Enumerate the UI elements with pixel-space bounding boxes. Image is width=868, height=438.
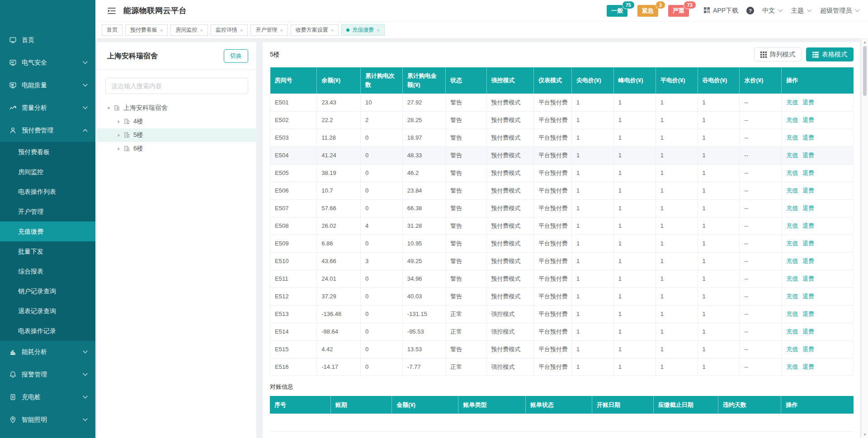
recharge-link[interactable]: 充值 [786,293,798,300]
recharge-link[interactable]: 充值 [786,363,798,370]
sidebar-item-home[interactable]: 首页 [0,29,95,52]
tab-监控详情[interactable]: 监控详情× [211,24,248,36]
recharge-link[interactable]: 充值 [786,117,798,123]
recharge-link[interactable]: 充值 [786,205,798,212]
app-download-link[interactable]: APP下载 [703,7,738,15]
sidebar-subitem-退表记录查询[interactable]: 退表记录查询 [0,301,95,321]
caret-right-icon[interactable] [115,120,122,124]
recharge-link[interactable]: 充值 [786,170,798,176]
recharge-link[interactable]: 充值 [786,240,798,247]
sidebar-subitem-电表操作记录[interactable]: 电表操作记录 [0,321,95,341]
close-icon[interactable]: × [280,28,283,33]
recharge-link[interactable]: 充值 [786,311,798,317]
user-dropdown[interactable]: 超级管理员 [820,7,860,15]
qr-code-icon [703,7,710,15]
sidebar-subitem-综合报表[interactable]: 综合报表 [0,261,95,281]
recharge-link[interactable]: 充值 [786,222,798,229]
refund-link[interactable]: 退费 [802,152,814,159]
scrollbar-thumb[interactable] [863,46,867,96]
tab-房间监控[interactable]: 房间监控× [170,24,208,36]
tab-首页[interactable]: 首页 [102,24,123,36]
sidebar-subitem-电表操作列表[interactable]: 电表操作列表 [0,182,95,202]
refund-link[interactable]: 退费 [802,99,814,106]
cell: 1 [571,323,613,340]
sidebar-item-quality[interactable]: 电能质量 [0,74,95,97]
close-icon[interactable]: × [331,28,334,33]
close-icon[interactable]: × [377,28,379,33]
recharge-link[interactable]: 充值 [786,328,798,335]
refund-link[interactable]: 退费 [802,293,814,300]
tab-label: 充值缴费 [352,26,374,34]
tree-node-4楼[interactable]: 4楼 [97,115,256,128]
refund-link[interactable]: 退费 [802,117,814,123]
sidebar-item-prepaid[interactable]: 预付费管理 [0,119,95,142]
refund-link[interactable]: 退费 [802,134,814,141]
sidebar-item-energy[interactable]: 能耗分析 [0,341,95,363]
cell: 10 [360,94,402,111]
cell: 平台预付费 [534,164,572,182]
tab-充值缴费[interactable]: 充值缴费× [341,24,384,36]
tab-收费方案设置[interactable]: 收费方案设置× [291,24,339,36]
scroll-down-arrow[interactable]: ▼ [862,433,868,437]
grid-mode-button[interactable]: 阵列模式 [754,47,802,61]
refund-link[interactable]: 退费 [802,311,814,317]
sidebar-subitem-开户管理[interactable]: 开户管理 [0,202,95,221]
sidebar-subitem-充值缴费[interactable]: 充值缴费 [0,221,95,241]
close-icon[interactable]: × [160,28,163,33]
chevron-down-icon [83,418,88,422]
chevron-up-icon [83,129,88,132]
switch-building-button[interactable]: 切换 [224,49,248,63]
cell: 1 [698,182,740,199]
tree-node-5楼[interactable]: 5楼 [97,128,256,142]
alarm-badge-1[interactable]: 紧急3 [637,5,658,17]
refund-link[interactable]: 退费 [802,187,814,194]
caret-right-icon[interactable] [115,133,122,137]
refund-link[interactable]: 退费 [802,240,814,247]
tree-search-input[interactable] [105,78,248,94]
caret-right-icon[interactable] [115,147,122,151]
close-icon[interactable]: × [200,28,203,33]
help-icon[interactable]: ? [746,7,754,14]
recharge-link[interactable]: 充值 [786,152,798,159]
sidebar-subitem-销户记录查询[interactable]: 销户记录查询 [0,281,95,301]
refund-link[interactable]: 退费 [802,222,814,229]
cell: 37.29 [317,287,361,305]
alarm-badge-2[interactable]: 严重73 [668,5,689,17]
refund-link[interactable]: 退费 [802,258,814,264]
collapse-menu-icon[interactable] [107,7,116,14]
language-dropdown[interactable]: 中文 [762,7,783,15]
refund-link[interactable]: 退费 [802,170,814,176]
recharge-link[interactable]: 充值 [786,346,798,353]
refund-link[interactable]: 退费 [802,275,814,282]
theme-dropdown[interactable]: 主题 [791,7,812,15]
refund-link[interactable]: 退费 [802,363,814,370]
recharge-link[interactable]: 充值 [786,99,798,106]
alarm-badge-0[interactable]: 一般75 [607,5,627,17]
table-mode-button[interactable]: 表格模式 [806,47,854,61]
tab-预付费看板[interactable]: 预付费看板× [125,24,168,36]
sidebar-item-charging[interactable]: 充电桩 [0,386,95,409]
caret-down-icon[interactable] [105,106,112,110]
tree-root-node[interactable]: 上海安科瑞宿舍 [97,101,256,115]
refund-link[interactable]: 退费 [802,205,814,212]
sidebar-subitem-房间监控[interactable]: 房间监控 [0,162,95,182]
cell: -- [740,111,782,129]
scroll-up-arrow[interactable]: ▲ [862,40,868,44]
recharge-link[interactable]: 充值 [786,134,798,141]
sidebar-item-safety[interactable]: 电气安全 [0,52,95,74]
refund-link[interactable]: 退费 [802,346,814,353]
recharge-link[interactable]: 充值 [786,275,798,282]
sidebar-subitem-预付费看板[interactable]: 预付费看板 [0,142,95,162]
recharge-link[interactable]: 充值 [786,258,798,264]
sidebar-item-lighting[interactable]: 智能照明 [0,409,95,431]
recharge-link[interactable]: 充值 [786,187,798,194]
sidebar-subitem-批量下发[interactable]: 批量下发 [0,241,95,261]
tab-开户管理[interactable]: 开户管理× [250,24,288,36]
vertical-scrollbar[interactable]: ▲ ▼ [861,39,868,438]
tree-node-6楼[interactable]: 6楼 [97,142,256,155]
cell: 0 [360,323,402,340]
sidebar-item-demand[interactable]: 需量分析 [0,97,95,119]
sidebar-item-alarm[interactable]: 报警管理 [0,363,95,386]
refund-link[interactable]: 退费 [802,328,814,335]
close-icon[interactable]: × [240,28,243,33]
